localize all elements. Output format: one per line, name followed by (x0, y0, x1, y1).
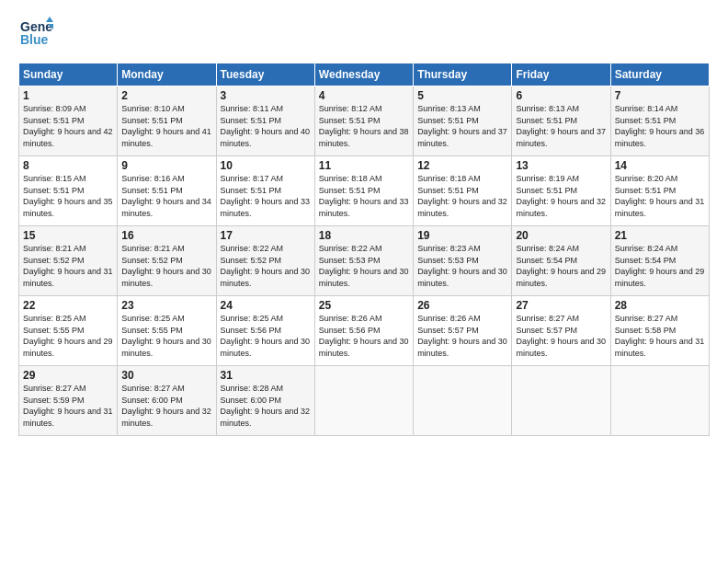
calendar-week-row: 15Sunrise: 8:21 AM Sunset: 5:52 PM Dayli… (19, 226, 710, 296)
day-number: 16 (121, 229, 211, 242)
day-number: 18 (319, 229, 409, 242)
day-info: Sunrise: 8:26 AM Sunset: 5:57 PM Dayligh… (417, 313, 507, 359)
calendar-cell: 28Sunrise: 8:27 AM Sunset: 5:58 PM Dayli… (610, 296, 709, 366)
day-number: 19 (417, 229, 507, 242)
day-number: 8 (23, 159, 113, 172)
day-info: Sunrise: 8:28 AM Sunset: 6:00 PM Dayligh… (221, 383, 311, 429)
day-number: 24 (221, 299, 311, 312)
day-info: Sunrise: 8:23 AM Sunset: 5:53 PM Dayligh… (417, 243, 507, 289)
day-number: 6 (516, 89, 606, 102)
calendar-cell: 11Sunrise: 8:18 AM Sunset: 5:51 PM Dayli… (314, 156, 413, 226)
day-info: Sunrise: 8:21 AM Sunset: 5:52 PM Dayligh… (23, 243, 113, 289)
day-number: 20 (516, 229, 606, 242)
day-number: 11 (319, 159, 409, 172)
calendar-cell: 14Sunrise: 8:20 AM Sunset: 5:51 PM Dayli… (610, 156, 709, 226)
calendar-table: SundayMondayTuesdayWednesdayThursdayFrid… (18, 63, 710, 436)
calendar-cell: 6Sunrise: 8:13 AM Sunset: 5:51 PM Daylig… (512, 86, 610, 156)
day-info: Sunrise: 8:13 AM Sunset: 5:51 PM Dayligh… (516, 103, 606, 149)
day-info: Sunrise: 8:22 AM Sunset: 5:52 PM Dayligh… (221, 243, 311, 289)
svg-text:Blue: Blue (20, 32, 49, 47)
calendar-cell (610, 366, 709, 436)
calendar-cell: 12Sunrise: 8:18 AM Sunset: 5:51 PM Dayli… (414, 156, 512, 226)
day-number: 25 (319, 299, 409, 312)
day-info: Sunrise: 8:13 AM Sunset: 5:51 PM Dayligh… (417, 103, 507, 149)
calendar-week-row: 1Sunrise: 8:09 AM Sunset: 5:51 PM Daylig… (19, 86, 710, 156)
day-number: 9 (121, 159, 211, 172)
calendar-cell (512, 366, 610, 436)
day-info: Sunrise: 8:27 AM Sunset: 5:59 PM Dayligh… (23, 383, 113, 429)
day-info: Sunrise: 8:25 AM Sunset: 5:55 PM Dayligh… (121, 313, 211, 359)
page: General Blue SundayMondayTuesdayWednesda… (0, 0, 728, 451)
calendar-cell: 23Sunrise: 8:25 AM Sunset: 5:55 PM Dayli… (118, 296, 216, 366)
calendar-cell: 25Sunrise: 8:26 AM Sunset: 5:56 PM Dayli… (314, 296, 413, 366)
calendar-week-row: 22Sunrise: 8:25 AM Sunset: 5:55 PM Dayli… (19, 296, 710, 366)
day-header: Tuesday (216, 63, 314, 86)
day-info: Sunrise: 8:27 AM Sunset: 6:00 PM Dayligh… (121, 383, 211, 429)
day-number: 14 (615, 159, 705, 172)
logo: General Blue (18, 15, 53, 53)
header: General Blue (18, 15, 710, 53)
day-info: Sunrise: 8:10 AM Sunset: 5:51 PM Dayligh… (121, 103, 211, 149)
logo-icon: General Blue (18, 15, 53, 53)
calendar-cell: 13Sunrise: 8:19 AM Sunset: 5:51 PM Dayli… (512, 156, 610, 226)
day-number: 28 (615, 299, 705, 312)
day-header: Monday (118, 63, 216, 86)
calendar-cell: 9Sunrise: 8:16 AM Sunset: 5:51 PM Daylig… (118, 156, 216, 226)
day-info: Sunrise: 8:09 AM Sunset: 5:51 PM Dayligh… (23, 103, 113, 149)
day-info: Sunrise: 8:21 AM Sunset: 5:52 PM Dayligh… (121, 243, 211, 289)
calendar-cell (414, 366, 512, 436)
day-number: 5 (417, 89, 507, 102)
calendar-week-row: 8Sunrise: 8:15 AM Sunset: 5:51 PM Daylig… (19, 156, 710, 226)
day-info: Sunrise: 8:24 AM Sunset: 5:54 PM Dayligh… (615, 243, 705, 289)
day-info: Sunrise: 8:17 AM Sunset: 5:51 PM Dayligh… (221, 173, 311, 219)
calendar-cell: 29Sunrise: 8:27 AM Sunset: 5:59 PM Dayli… (19, 366, 118, 436)
day-number: 1 (23, 89, 113, 102)
calendar-cell: 5Sunrise: 8:13 AM Sunset: 5:51 PM Daylig… (414, 86, 512, 156)
day-number: 7 (615, 89, 705, 102)
day-info: Sunrise: 8:11 AM Sunset: 5:51 PM Dayligh… (221, 103, 311, 149)
day-header: Saturday (610, 63, 709, 86)
day-number: 29 (23, 369, 113, 382)
day-number: 13 (516, 159, 606, 172)
calendar-week-row: 29Sunrise: 8:27 AM Sunset: 5:59 PM Dayli… (19, 366, 710, 436)
day-info: Sunrise: 8:15 AM Sunset: 5:51 PM Dayligh… (23, 173, 113, 219)
day-info: Sunrise: 8:20 AM Sunset: 5:51 PM Dayligh… (615, 173, 705, 219)
day-header: Friday (512, 63, 610, 86)
day-number: 27 (516, 299, 606, 312)
calendar-cell: 31Sunrise: 8:28 AM Sunset: 6:00 PM Dayli… (216, 366, 314, 436)
calendar-cell: 1Sunrise: 8:09 AM Sunset: 5:51 PM Daylig… (19, 86, 118, 156)
day-number: 15 (23, 229, 113, 242)
day-number: 3 (221, 89, 311, 102)
day-number: 2 (121, 89, 211, 102)
day-number: 21 (615, 229, 705, 242)
day-info: Sunrise: 8:14 AM Sunset: 5:51 PM Dayligh… (615, 103, 705, 149)
day-info: Sunrise: 8:27 AM Sunset: 5:57 PM Dayligh… (516, 313, 606, 359)
day-info: Sunrise: 8:16 AM Sunset: 5:51 PM Dayligh… (121, 173, 211, 219)
day-info: Sunrise: 8:26 AM Sunset: 5:56 PM Dayligh… (319, 313, 409, 359)
day-info: Sunrise: 8:19 AM Sunset: 5:51 PM Dayligh… (516, 173, 606, 219)
day-header: Sunday (19, 63, 118, 86)
calendar-cell: 26Sunrise: 8:26 AM Sunset: 5:57 PM Dayli… (414, 296, 512, 366)
day-number: 22 (23, 299, 113, 312)
day-info: Sunrise: 8:12 AM Sunset: 5:51 PM Dayligh… (319, 103, 409, 149)
calendar-cell: 17Sunrise: 8:22 AM Sunset: 5:52 PM Dayli… (216, 226, 314, 296)
calendar-cell: 30Sunrise: 8:27 AM Sunset: 6:00 PM Dayli… (118, 366, 216, 436)
day-info: Sunrise: 8:18 AM Sunset: 5:51 PM Dayligh… (417, 173, 507, 219)
day-number: 10 (221, 159, 311, 172)
calendar-cell: 20Sunrise: 8:24 AM Sunset: 5:54 PM Dayli… (512, 226, 610, 296)
day-number: 26 (417, 299, 507, 312)
day-info: Sunrise: 8:18 AM Sunset: 5:51 PM Dayligh… (319, 173, 409, 219)
day-info: Sunrise: 8:27 AM Sunset: 5:58 PM Dayligh… (615, 313, 705, 359)
day-number: 17 (221, 229, 311, 242)
day-info: Sunrise: 8:25 AM Sunset: 5:55 PM Dayligh… (23, 313, 113, 359)
calendar-cell: 22Sunrise: 8:25 AM Sunset: 5:55 PM Dayli… (19, 296, 118, 366)
day-number: 30 (121, 369, 211, 382)
calendar-cell: 4Sunrise: 8:12 AM Sunset: 5:51 PM Daylig… (314, 86, 413, 156)
calendar-cell: 8Sunrise: 8:15 AM Sunset: 5:51 PM Daylig… (19, 156, 118, 226)
calendar-cell: 18Sunrise: 8:22 AM Sunset: 5:53 PM Dayli… (314, 226, 413, 296)
header-row: SundayMondayTuesdayWednesdayThursdayFrid… (19, 63, 710, 86)
day-info: Sunrise: 8:25 AM Sunset: 5:56 PM Dayligh… (221, 313, 311, 359)
calendar-cell: 16Sunrise: 8:21 AM Sunset: 5:52 PM Dayli… (118, 226, 216, 296)
day-number: 31 (221, 369, 311, 382)
calendar-cell: 15Sunrise: 8:21 AM Sunset: 5:52 PM Dayli… (19, 226, 118, 296)
